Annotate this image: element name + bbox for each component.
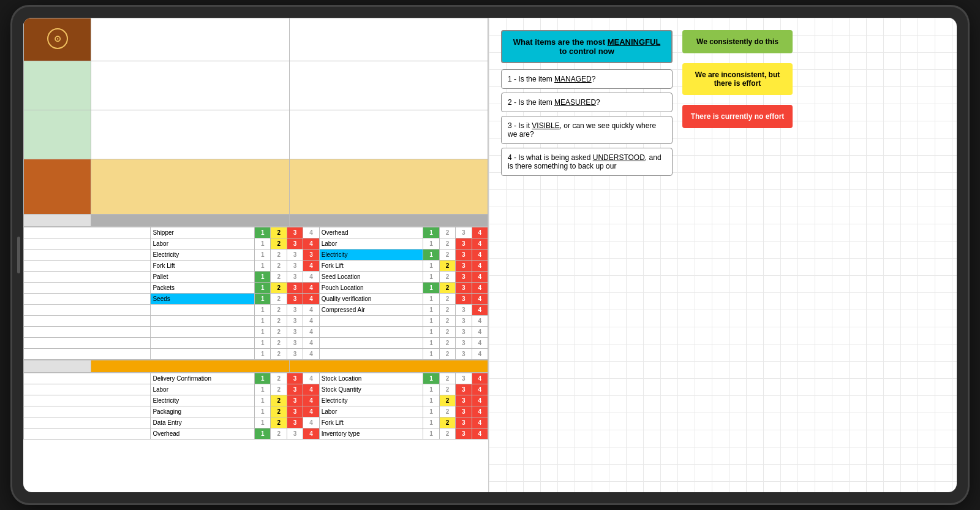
col1-out-score-4: 4 xyxy=(303,428,319,440)
col2-item-name: Pouch Location xyxy=(319,283,423,294)
input-row: Seeds1234Quality verification1234 xyxy=(24,294,488,305)
process-steps-label xyxy=(24,159,91,215)
scroll-handle[interactable] xyxy=(17,237,20,273)
col2-out-score-1: 1 xyxy=(423,373,439,384)
output-row: Delivery Confirmation1234Stock Location1… xyxy=(24,373,488,384)
legend-yellow: We are inconsistent, but there is effort xyxy=(682,63,793,95)
col1-out-score-4: 4 xyxy=(303,406,319,417)
col2-item-name: Electricity xyxy=(319,249,423,261)
col1-out-score-1: 1 xyxy=(255,406,271,417)
col1-output-name: Delivery Confirmation xyxy=(151,373,255,384)
answer-2-underline: MEASURED xyxy=(554,98,596,107)
col2-score-3: 3 xyxy=(456,294,472,305)
col2-output-name: Fork Lift xyxy=(319,417,423,428)
col1-score-2: 2 xyxy=(271,283,287,294)
input-row-empty xyxy=(24,316,151,327)
input-row-empty xyxy=(24,327,151,338)
col1-item-name: Labor xyxy=(151,238,255,249)
col1-item-name xyxy=(151,349,255,360)
col2-out-score-1: 1 xyxy=(423,384,439,395)
col1-score-2: 2 xyxy=(271,294,287,305)
col1-score-4: 4 xyxy=(303,272,319,283)
col2-item-name: Overhead xyxy=(319,227,423,238)
col1-item-name: Electricity xyxy=(151,249,255,261)
col2-score-2: 2 xyxy=(439,349,455,360)
col1-score-3: 3 xyxy=(287,283,303,294)
col2-out-score-4: 4 xyxy=(472,417,488,428)
input-row: 12341234 xyxy=(24,327,488,338)
input-row-empty xyxy=(24,261,151,272)
stop-point-row xyxy=(24,110,488,159)
output-row-empty xyxy=(24,406,151,417)
col2-out-score-4: 4 xyxy=(472,395,488,406)
col1-score-2: 2 xyxy=(271,327,287,338)
col2-out-score-3: 3 xyxy=(456,417,472,428)
col1-output-name: Overhead xyxy=(151,428,255,440)
input-row-empty xyxy=(24,305,151,316)
col1-score-1: 1 xyxy=(255,349,271,360)
col2-item-name: Fork Lift xyxy=(319,261,423,272)
col2-item-name xyxy=(319,316,423,327)
col2-item-name: Labor xyxy=(319,238,423,249)
col1-score-4: 4 xyxy=(303,338,319,349)
col1-score-2: 2 xyxy=(271,316,287,327)
col2-item-name xyxy=(319,327,423,338)
col1-out-score-3: 3 xyxy=(287,406,303,417)
col2-score-1: 1 xyxy=(423,249,439,261)
output-row-empty xyxy=(24,373,151,384)
legend-green: We consistently do this xyxy=(682,30,793,53)
col2-score-2: 2 xyxy=(439,227,455,238)
col2-score-2: 2 xyxy=(439,261,455,272)
col1-output-name: Data Entry xyxy=(151,417,255,428)
col1-score-4: 4 xyxy=(303,327,319,338)
input-row-empty xyxy=(24,294,151,305)
col2-output-name: Electricity xyxy=(319,395,423,406)
output-row-empty xyxy=(24,395,151,406)
col1-score-2: 2 xyxy=(271,272,287,283)
col2-score-2: 2 xyxy=(439,283,455,294)
col2-score-4: 4 xyxy=(472,238,488,249)
col2-score-3: 3 xyxy=(456,316,472,327)
main-question-underline: MEANINGFUL xyxy=(608,37,660,47)
col1-out-score-2: 2 xyxy=(271,395,287,406)
col1-item-name: Shipper xyxy=(151,227,255,238)
col2-score-3: 3 xyxy=(456,249,472,261)
header-row: ⊙ xyxy=(24,18,488,61)
col1-out-score-2: 2 xyxy=(271,417,287,428)
col1-score-4: 3 xyxy=(303,249,319,261)
col2-out-score-1: 1 xyxy=(423,395,439,406)
col2-score-2: 2 xyxy=(439,305,455,316)
col1-score-1: 1 xyxy=(255,305,271,316)
outputs-header-col2 xyxy=(290,360,488,373)
col1-item-name xyxy=(151,338,255,349)
answer-box-1: 1 - Is the item MANAGED? xyxy=(501,69,673,89)
col1-score-4: 4 xyxy=(303,305,319,316)
empty-outputs-header xyxy=(24,360,91,373)
answer-4-num: 4 - Is what is being asked xyxy=(508,153,593,162)
col2-score-1: 1 xyxy=(423,272,439,283)
col2-score-1: 1 xyxy=(423,261,439,272)
col2-score-3: 3 xyxy=(456,261,472,272)
output-row: Labor1234Stock Quantity1234 xyxy=(24,384,488,395)
legend-col: We consistently do this We are inconsist… xyxy=(682,30,793,133)
col-num-2 xyxy=(290,18,488,61)
col2-out-score-2: 2 xyxy=(439,384,455,395)
answer-1-underline: MANAGED xyxy=(554,75,592,83)
col1-out-score-4: 4 xyxy=(303,417,319,428)
col2-score-1: 1 xyxy=(423,338,439,349)
col1-out-score-2: 2 xyxy=(271,428,287,440)
col2-item-name: Quality verification xyxy=(319,294,423,305)
col1-item-name xyxy=(151,327,255,338)
answer-1-rest: ? xyxy=(592,75,596,83)
col2-score-4: 4 xyxy=(472,261,488,272)
logo-cell: ⊙ xyxy=(24,18,91,61)
col1-score-1: 1 xyxy=(255,249,271,261)
outputs-header-table xyxy=(23,360,488,373)
col1-out-score-2: 2 xyxy=(271,406,287,417)
col1-out-score-3: 3 xyxy=(287,384,303,395)
input-row: Pallet1234Seed Location1234 xyxy=(24,272,488,283)
col2-score-1: 1 xyxy=(423,305,439,316)
col2-score-3: 3 xyxy=(456,338,472,349)
col1-out-score-4: 4 xyxy=(303,384,319,395)
col2-score-3: 3 xyxy=(456,283,472,294)
